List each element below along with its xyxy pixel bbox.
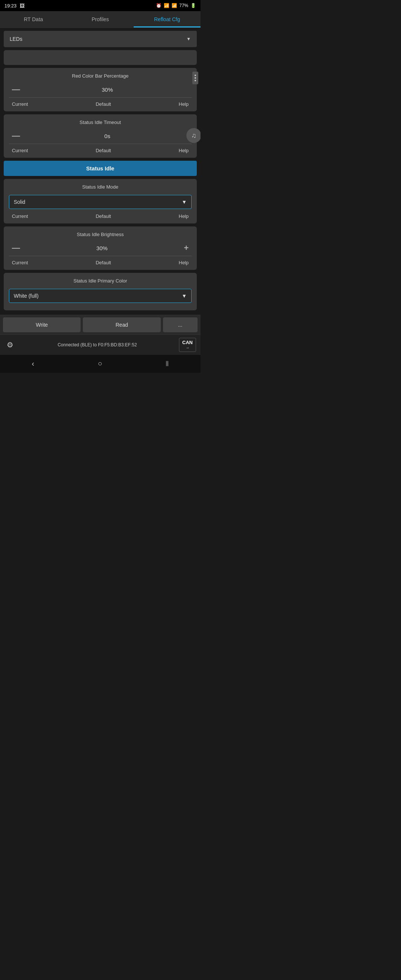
main-content: Red Color Bar Percentage — 30% Current D…	[0, 49, 200, 315]
battery-label: 77%	[179, 3, 188, 8]
dot2	[194, 77, 196, 79]
value-status-idle-timeout: 0s	[23, 133, 192, 139]
tab-refloat-cfg[interactable]: Refloat Cfg	[134, 11, 200, 27]
decrement-status-idle-brightness[interactable]: —	[9, 242, 23, 253]
status-idle-mode-value: Solid	[14, 199, 25, 205]
three-dots-menu[interactable]	[193, 72, 198, 84]
bottom-toolbar: Write Read ...	[0, 315, 200, 334]
current-status-idle-mode[interactable]: Current	[9, 213, 31, 220]
card-status-idle-primary-color: Status Idle Primary Color White (full) ▼	[4, 273, 197, 310]
bottom-status-bar: ⚙ Connected (BLE) to F0:F5:BD:B3:EF:52 C…	[0, 334, 200, 355]
write-button[interactable]: Write	[3, 317, 81, 332]
navigation-bar: ‹ ○ ⦀	[0, 355, 200, 373]
leds-dropdown[interactable]: LEDs ▼	[4, 31, 197, 47]
card-red-color-bar: Red Color Bar Percentage — 30% Current D…	[4, 68, 197, 111]
default-status-idle-timeout[interactable]: Default	[93, 147, 114, 154]
default-status-idle-mode[interactable]: Default	[93, 213, 114, 220]
card-status-idle-timeout: Status Idle Timeout — 0s ♫ Current Defau…	[4, 115, 197, 158]
section-banner-status-idle: Status Idle	[4, 161, 197, 176]
divider-status-idle-brightness	[9, 256, 192, 256]
wifi-icon: 📶	[164, 3, 169, 8]
card-title-status-idle-brightness: Status Idle Brightness	[9, 232, 192, 237]
recents-button[interactable]: ⦀	[158, 358, 176, 369]
actions-red-color-bar: Current Default Help	[9, 100, 192, 108]
value-row-status-idle-timeout: — 0s ♫	[9, 130, 192, 142]
card-title-status-idle-timeout: Status Idle Timeout	[9, 119, 192, 125]
connection-text: Connected (BLE) to F0:F5:BD:B3:EF:52	[19, 342, 175, 347]
status-idle-mode-arrow: ▼	[181, 199, 187, 205]
current-status-idle-timeout[interactable]: Current	[9, 147, 31, 154]
increment-status-idle-brightness[interactable]: +	[181, 242, 192, 253]
dot1	[194, 75, 196, 76]
status-idle-primary-color-select[interactable]: White (full) ▼	[9, 289, 192, 303]
card-title-status-idle-mode: Status Idle Mode	[9, 184, 192, 190]
status-idle-primary-color-value: White (full)	[14, 293, 38, 299]
actions-status-idle-mode: Current Default Help	[9, 213, 192, 220]
value-row-status-idle-brightness: — 30% +	[9, 242, 192, 253]
signal-icon: 📶	[172, 3, 177, 8]
partial-card	[4, 50, 197, 65]
music-icon: ♫	[191, 132, 196, 140]
photo-icon: 🖼	[20, 3, 24, 8]
help-status-idle-brightness[interactable]: Help	[176, 259, 192, 266]
dropdown-arrow-icon: ▼	[186, 37, 191, 41]
decrement-red-color-bar[interactable]: —	[9, 84, 23, 95]
alarm-icon: ⏰	[156, 3, 162, 8]
value-status-idle-brightness: 30%	[23, 245, 181, 251]
decrement-status-idle-timeout[interactable]: —	[9, 130, 23, 142]
leds-label: LEDs	[10, 36, 22, 42]
actions-status-idle-brightness: Current Default Help	[9, 259, 192, 266]
home-button[interactable]: ○	[90, 358, 110, 369]
read-button[interactable]: Read	[83, 317, 161, 332]
card-status-idle-brightness: Status Idle Brightness — 30% + Current D…	[4, 226, 197, 270]
help-red-color-bar[interactable]: Help	[176, 100, 192, 108]
help-status-idle-timeout[interactable]: Help	[176, 147, 192, 154]
card-title-red-color-bar: Red Color Bar Percentage	[9, 73, 192, 79]
settings-icon[interactable]: ⚙	[5, 339, 16, 350]
card-title-status-idle-primary-color: Status Idle Primary Color	[9, 278, 192, 283]
can-badge[interactable]: CAN →	[179, 338, 196, 352]
time-display: 19:23	[5, 3, 17, 8]
can-arrow-icon: →	[186, 345, 189, 350]
current-red-color-bar[interactable]: Current	[9, 100, 31, 108]
card-status-idle-mode: Status Idle Mode Solid ▼ Current Default…	[4, 179, 197, 223]
default-status-idle-brightness[interactable]: Default	[93, 259, 114, 266]
back-button[interactable]: ‹	[24, 358, 42, 369]
value-red-color-bar: 30%	[23, 86, 192, 93]
status-idle-primary-color-arrow: ▼	[181, 293, 187, 299]
divider-red-color-bar	[9, 97, 192, 98]
value-row-red-color-bar: — 30%	[9, 84, 192, 95]
divider-status-idle-timeout	[9, 144, 192, 144]
can-label: CAN	[182, 340, 193, 345]
status-idle-mode-select[interactable]: Solid ▼	[9, 195, 192, 209]
battery-icon: 🔋	[191, 3, 196, 8]
status-bar: 19:23 🖼 ⏰ 📶 📶 77% 🔋	[0, 0, 200, 11]
dot3	[194, 80, 196, 81]
tab-bar: RT Data Profiles Refloat Cfg	[0, 11, 200, 28]
music-icon-overlay: ♫	[186, 128, 200, 143]
default-red-color-bar[interactable]: Default	[93, 100, 114, 108]
tab-profiles[interactable]: Profiles	[67, 11, 134, 27]
help-status-idle-mode[interactable]: Help	[176, 213, 192, 220]
current-status-idle-brightness[interactable]: Current	[9, 259, 31, 266]
actions-status-idle-timeout: Current Default Help	[9, 147, 192, 154]
dots-button[interactable]: ...	[163, 317, 197, 332]
tab-rt-data[interactable]: RT Data	[0, 11, 67, 27]
